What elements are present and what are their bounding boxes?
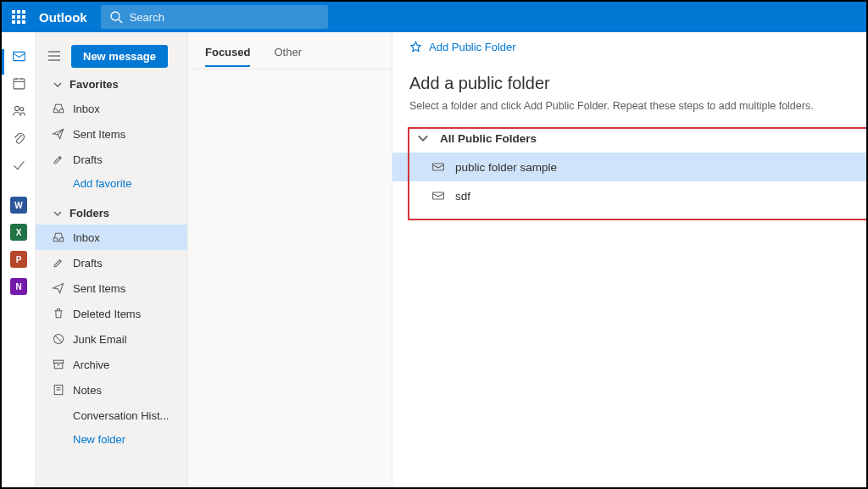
favorites-header[interactable]: Favorites — [36, 69, 187, 96]
word-icon: W — [10, 197, 27, 214]
rail-calendar[interactable] — [2, 69, 36, 97]
svg-point-0 — [111, 12, 120, 20]
pf-root-label: All Public Folders — [440, 132, 537, 145]
svg-line-15 — [55, 336, 62, 342]
add-public-folder-button[interactable]: Add Public Folder — [392, 32, 866, 62]
chevron-down-icon — [49, 80, 66, 90]
send-icon — [49, 281, 68, 295]
folder-notes-label: Notes — [68, 384, 102, 397]
folders-header[interactable]: Folders — [36, 198, 187, 225]
panel-description: Select a folder and click Add Public Fol… — [392, 100, 866, 124]
inbox-icon — [49, 102, 68, 115]
chevron-down-icon — [415, 131, 431, 145]
attachment-icon — [12, 131, 26, 145]
chevron-down-icon — [49, 208, 66, 219]
folder-sent[interactable]: Sent Items — [36, 275, 187, 301]
people-icon — [12, 103, 26, 118]
folder-junk[interactable]: Junk Email — [36, 326, 187, 352]
app-launcher-button[interactable] — [2, 2, 36, 32]
rail-people[interactable] — [2, 97, 36, 124]
mail-icon — [430, 189, 447, 203]
svg-rect-17 — [54, 363, 63, 368]
folder-inbox-label: Inbox — [68, 231, 100, 244]
folder-drafts-label: Drafts — [68, 257, 103, 270]
folders-label: Folders — [70, 207, 109, 219]
svg-rect-30 — [433, 164, 444, 170]
rail-files[interactable] — [2, 124, 36, 151]
tab-focused[interactable]: Focused — [205, 35, 250, 66]
rail-onenote[interactable]: N — [2, 273, 36, 300]
rail-mail[interactable] — [2, 42, 36, 69]
fav-drafts[interactable]: Drafts — [36, 147, 187, 172]
excel-icon: X — [10, 224, 27, 241]
junk-icon — [49, 332, 68, 346]
fav-inbox-label: Inbox — [68, 103, 100, 115]
folder-deleted[interactable]: Deleted Items — [36, 301, 187, 326]
calendar-icon — [12, 76, 26, 91]
fav-sent[interactable]: Sent Items — [36, 121, 187, 147]
svg-rect-2 — [13, 52, 25, 60]
app-name: Outlook — [36, 10, 101, 25]
pf-item-label: public folder sample — [455, 161, 557, 174]
pf-item-sample[interactable]: public folder sample — [392, 153, 866, 181]
panel-title: Add a public folder — [392, 62, 866, 100]
folder-conversation-history[interactable]: Conversation Hist... — [36, 403, 187, 428]
svg-point-8 — [19, 107, 23, 110]
trash-icon — [49, 307, 68, 320]
add-public-folder-label: Add Public Folder — [429, 41, 516, 53]
mail-icon — [12, 49, 26, 64]
svg-rect-31 — [433, 192, 444, 199]
fav-inbox[interactable]: Inbox — [36, 96, 187, 121]
hamburger-button[interactable] — [44, 50, 64, 62]
search-box[interactable] — [101, 5, 328, 29]
pf-root[interactable]: All Public Folders — [392, 124, 866, 153]
add-public-folder-panel: Add Public Folder Add a public folder Se… — [392, 32, 866, 487]
app-rail: W X P N — [2, 32, 36, 487]
check-icon — [12, 158, 26, 172]
fav-drafts-label: Drafts — [68, 153, 103, 166]
folder-sent-label: Sent Items — [68, 282, 125, 295]
rail-excel[interactable]: X — [2, 219, 36, 246]
onenote-icon: N — [10, 278, 27, 295]
favorites-label: Favorites — [70, 78, 119, 91]
archive-icon — [49, 358, 68, 371]
rail-todo[interactable] — [2, 151, 36, 178]
folder-archive-label: Archive — [68, 358, 109, 371]
search-icon — [109, 10, 123, 24]
hamburger-icon — [47, 50, 61, 62]
folder-notes[interactable]: Notes — [36, 377, 187, 403]
powerpoint-icon: P — [10, 251, 27, 268]
fav-sent-label: Sent Items — [68, 128, 125, 141]
folder-pane: New message Favorites Inbox Sent Items D… — [36, 32, 188, 487]
folder-drafts[interactable]: Drafts — [36, 250, 187, 275]
send-icon — [49, 127, 68, 141]
draft-icon — [49, 153, 68, 166]
waffle-icon — [12, 10, 25, 24]
tab-other[interactable]: Other — [274, 35, 302, 66]
inbox-icon — [49, 231, 68, 244]
add-favorite-link[interactable]: Add favorite — [36, 172, 187, 198]
svg-rect-3 — [14, 78, 25, 88]
folder-archive[interactable]: Archive — [36, 352, 187, 377]
draft-icon — [49, 256, 68, 270]
public-folder-tree: All Public Folders public folder sample … — [392, 124, 866, 210]
rail-word[interactable]: W — [2, 192, 36, 219]
pf-item-sdf[interactable]: sdf — [392, 181, 866, 210]
folder-deleted-label: Deleted Items — [68, 308, 141, 320]
folder-conv-label: Conversation Hist... — [68, 409, 169, 422]
new-message-button[interactable]: New message — [71, 45, 168, 68]
pf-item-label: sdf — [455, 190, 470, 203]
rail-active-indicator — [2, 49, 4, 75]
new-folder-link[interactable]: New folder — [36, 428, 187, 454]
notes-icon — [49, 383, 68, 397]
search-input[interactable] — [130, 11, 272, 24]
svg-line-1 — [119, 19, 122, 23]
rail-powerpoint[interactable]: P — [2, 246, 36, 273]
svg-point-7 — [14, 106, 19, 110]
mail-icon — [430, 160, 447, 174]
top-bar: Outlook — [2, 2, 866, 32]
star-add-icon — [409, 41, 422, 53]
folder-inbox[interactable]: Inbox — [36, 225, 187, 250]
folder-junk-label: Junk Email — [68, 333, 127, 346]
